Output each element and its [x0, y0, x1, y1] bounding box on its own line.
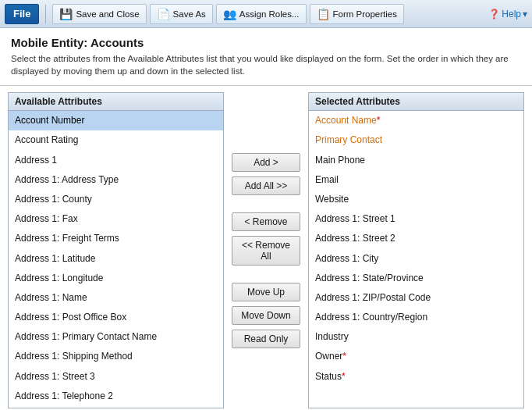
available-list-item[interactable]: Address 1: Post Office Box	[9, 308, 223, 327]
selected-list-item[interactable]: Email	[309, 170, 523, 190]
file-button[interactable]: File	[5, 4, 39, 24]
selected-list-item[interactable]: Address 1: Country/Region	[309, 308, 523, 327]
move-up-button[interactable]: Move Up	[232, 283, 300, 301]
available-list-item[interactable]: Address 1: Primary Contact Name	[9, 327, 223, 347]
help-icon: ❓	[488, 9, 500, 20]
available-list-item[interactable]: Address 1: County	[9, 190, 223, 209]
main-area: Available Attributes Account NumberAccou…	[0, 86, 532, 410]
available-attributes-panel: Available Attributes Account NumberAccou…	[8, 92, 224, 408]
help-button[interactable]: ❓ Help ▾	[488, 9, 527, 20]
available-list-item[interactable]: Address 1	[9, 151, 223, 170]
available-list-item[interactable]: Address 1: Longitude	[9, 269, 223, 288]
selected-list-item[interactable]: Address 1: Street 2	[309, 229, 523, 248]
selected-list-item[interactable]: Address 1: State/Province	[309, 269, 523, 288]
selected-list-item[interactable]: Account Name*	[309, 111, 523, 130]
selected-attributes-panel: Selected Attributes Account Name*Primary…	[308, 92, 524, 408]
save-as-icon: 📄	[157, 8, 170, 20]
available-list-item[interactable]: Address 1: Telephone 2	[9, 387, 223, 406]
assign-roles-icon: 👥	[223, 8, 236, 20]
save-as-button[interactable]: 📄 Save As	[150, 4, 213, 24]
assign-roles-button[interactable]: 👥 Assign Roles...	[216, 4, 307, 24]
available-attributes-header: Available Attributes	[9, 93, 223, 111]
remove-all-button[interactable]: << Remove All	[232, 236, 300, 266]
remove-button[interactable]: < Remove	[232, 212, 300, 231]
available-list-item[interactable]: Address 1: Latitude	[9, 249, 223, 269]
selected-list-item[interactable]: Address 1: City	[309, 249, 523, 269]
available-list-item[interactable]: Address 1: Fax	[9, 209, 223, 229]
available-attributes-list[interactable]: Account NumberAccount RatingAddress 1Add…	[9, 111, 223, 408]
toolbar: File 💾 Save and Close 📄 Save As 👥 Assign…	[0, 0, 532, 28]
available-list-item[interactable]: Account Rating	[9, 130, 223, 150]
available-list-item[interactable]: Address 1: Address Type	[9, 170, 223, 190]
selected-list-item[interactable]: Website	[309, 190, 523, 209]
available-list-item[interactable]: Address 1: Name	[9, 288, 223, 308]
selected-list-item[interactable]: Address 1: ZIP/Postal Code	[309, 288, 523, 308]
selected-list-item[interactable]: Primary Contact	[309, 130, 523, 150]
selected-list-item[interactable]: Owner*	[309, 347, 523, 366]
page-header: Mobile Entity: Accounts Select the attri…	[0, 28, 532, 86]
add-all-button[interactable]: Add All >>	[232, 176, 300, 195]
move-down-button[interactable]: Move Down	[232, 306, 300, 325]
save-close-button[interactable]: 💾 Save and Close	[52, 4, 146, 24]
add-button[interactable]: Add >	[232, 153, 300, 172]
read-only-button[interactable]: Read Only	[232, 330, 300, 348]
page-description: Select the attributes from the Available…	[11, 52, 521, 77]
selected-attributes-list[interactable]: Account Name*Primary ContactMain PhoneEm…	[309, 111, 523, 408]
available-list-item[interactable]: Address 1: Shipping Method	[9, 347, 223, 366]
help-chevron: ▾	[523, 9, 527, 20]
form-properties-icon: 📋	[317, 8, 330, 20]
middle-buttons-panel: Add > Add All >> < Remove << Remove All …	[224, 92, 308, 408]
selected-list-item[interactable]: Industry	[309, 327, 523, 347]
selected-list-item[interactable]: Main Phone	[309, 151, 523, 170]
page-title: Mobile Entity: Accounts	[11, 36, 521, 49]
selected-list-item[interactable]: Status*	[309, 367, 523, 387]
available-list-item[interactable]: Address 1: Freight Terms	[9, 229, 223, 248]
form-properties-button[interactable]: 📋 Form Properties	[310, 4, 404, 24]
selected-list-item[interactable]: Address 1: Street 1	[309, 209, 523, 229]
available-list-item[interactable]: Account Number	[9, 111, 223, 130]
available-list-item[interactable]: Address 1: Street 3	[9, 367, 223, 387]
selected-attributes-header: Selected Attributes	[309, 93, 523, 111]
save-close-icon: 💾	[59, 8, 73, 20]
toolbar-separator-1	[45, 5, 46, 23]
